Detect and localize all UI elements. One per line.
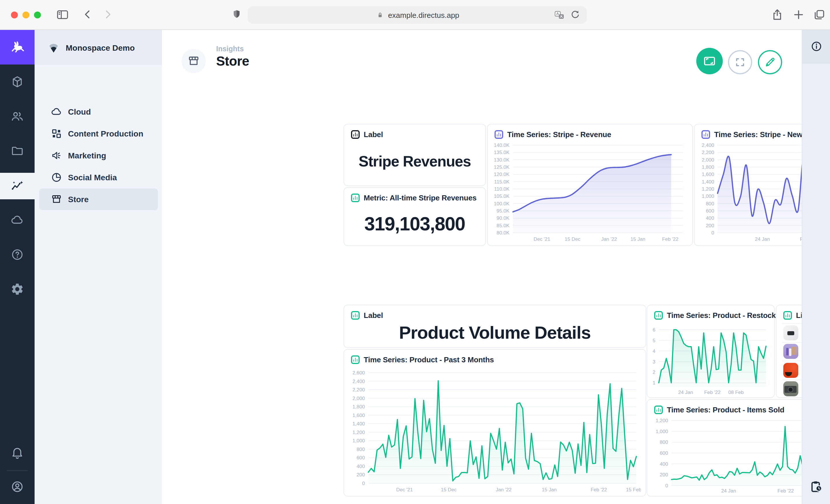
user-avatar-icon[interactable] [10,480,24,494]
fullscreen-button[interactable] [728,50,752,74]
svg-text:0: 0 [665,483,668,489]
settings-gear-icon[interactable] [10,282,24,296]
svg-text:6: 6 [652,327,656,333]
directus-logo[interactable] [0,30,35,65]
svg-text:15 Dec: 15 Dec [565,236,580,242]
reload-icon[interactable] [570,9,581,21]
module-bar [0,30,35,504]
chart-box-icon [351,356,360,364]
svg-text:600: 600 [356,455,365,461]
lock-icon [375,10,385,20]
svg-text:1,800: 1,800 [702,164,714,170]
insights-module-active[interactable] [0,173,35,199]
sidebar-item-content-production[interactable]: Content Production [39,123,158,144]
product-thumbnail [783,381,798,397]
share-icon[interactable] [771,8,784,21]
cloud-icon [51,106,62,117]
svg-text:A: A [556,11,559,16]
svg-text:130.0K: 130.0K [494,157,510,163]
zoom-window-button[interactable] [34,11,41,19]
bell-icon[interactable] [10,446,24,460]
divider [7,470,28,471]
svg-text:1,600: 1,600 [702,171,714,177]
browser-toolbar: example.directus.app A [0,0,830,30]
sidebar-item-store[interactable]: Store [39,188,158,210]
content-module-box-icon[interactable] [10,75,24,89]
pencil-icon [764,56,776,69]
help-icon[interactable] [10,248,24,262]
main-content: Insights Store Label Stripe Revenues Met… [162,30,802,504]
pie-chart-icon [51,172,62,183]
svg-text:5: 5 [652,338,656,343]
svg-text:85.0K: 85.0K [497,223,510,228]
translate-icon[interactable]: A [554,10,565,21]
users-module-icon[interactable] [10,109,24,123]
svg-text:140.0K: 140.0K [494,142,510,148]
svg-text:1,000: 1,000 [656,429,668,434]
panel-title: Label [364,130,383,139]
sidebar-toggle-icon[interactable] [56,8,69,21]
svg-text:800: 800 [356,446,365,452]
sidebar-item-social-media[interactable]: Social Media [39,166,158,188]
svg-text:1,200: 1,200 [352,429,365,435]
address-bar[interactable]: example.directus.app A [248,6,587,24]
product-thumbnail [783,326,798,340]
svg-text:2,600: 2,600 [352,370,365,375]
close-window-button[interactable] [11,11,18,19]
svg-text:2,200: 2,200 [352,387,365,393]
fit-to-screen-button[interactable] [696,48,723,74]
cloud-module-icon[interactable] [10,213,24,227]
svg-text:Feb '22: Feb '22 [662,236,678,242]
info-sidebar-header[interactable] [802,30,830,63]
svg-text:1: 1 [652,380,656,385]
minimize-window-button[interactable] [23,11,29,19]
insights-icon [10,179,24,193]
svg-text:135.0K: 135.0K [494,149,510,155]
page-icon-circle[interactable] [182,49,206,73]
svg-text:400: 400 [660,461,668,467]
metric-value: 319,103,800 [349,206,481,242]
svg-text:Jan '22: Jan '22 [601,236,617,242]
privacy-shield-icon[interactable] [230,9,243,21]
svg-text:80.0K: 80.0K [497,230,510,236]
tab-overview-icon[interactable] [813,8,826,21]
panel-title: Time Series: Product - Items Sold [667,405,785,414]
back-icon[interactable] [81,8,94,21]
svg-text:24 Jan: 24 Jan [721,488,736,494]
svg-text:200: 200 [356,472,365,477]
svg-text:24 Jan: 24 Jan [755,236,770,242]
svg-text:4: 4 [652,348,656,354]
restocks-line-chart: 12345624 JanFeb '2208 Feb [649,324,771,396]
grid-icon [51,128,62,139]
fit-screen-icon [703,54,716,68]
url-text: example.directus.app [388,11,459,19]
chart-box-icon [701,130,710,139]
panel-title: Time Series: Product - Restocks [667,311,780,320]
svg-text:1,000: 1,000 [702,193,714,199]
chart-box-icon [351,194,360,202]
svg-text:100.0K: 100.0K [494,201,510,206]
panel-ts-past-3-months: Time Series: Product - Past 3 Months 020… [344,349,646,497]
past-3-months-line-chart: 02004006008001,0001,2001,4001,6001,8002,… [348,370,641,494]
files-module-folder-icon[interactable] [10,144,24,158]
svg-text:Jan '22: Jan '22 [496,487,512,493]
breadcrumb[interactable]: Insights [216,45,244,53]
svg-text:200: 200 [706,223,714,228]
svg-text:95.0K: 95.0K [497,208,510,214]
edit-button[interactable] [758,50,782,74]
svg-text:Dec '21: Dec '21 [534,236,550,242]
new-tab-icon[interactable] [792,8,805,21]
forward-icon[interactable] [101,8,114,21]
svg-text:3: 3 [652,359,656,365]
sidebar-item-cloud[interactable]: Cloud [39,101,158,123]
panel-label-stripe: Label Stripe Revenues [344,124,486,186]
panel-title: Metric: All-time Stripe Revenues [364,194,476,202]
svg-text:105.0K: 105.0K [494,193,510,199]
project-signal-icon [47,41,60,54]
sidebar-item-marketing[interactable]: Marketing [39,144,158,166]
svg-text:115.0K: 115.0K [494,179,510,184]
activity-log-button[interactable] [802,473,830,501]
navigation-sidebar: Monospace Demo Cloud Content Production … [35,30,162,504]
chart-box-icon [494,130,503,139]
project-header[interactable]: Monospace Demo [35,30,162,65]
